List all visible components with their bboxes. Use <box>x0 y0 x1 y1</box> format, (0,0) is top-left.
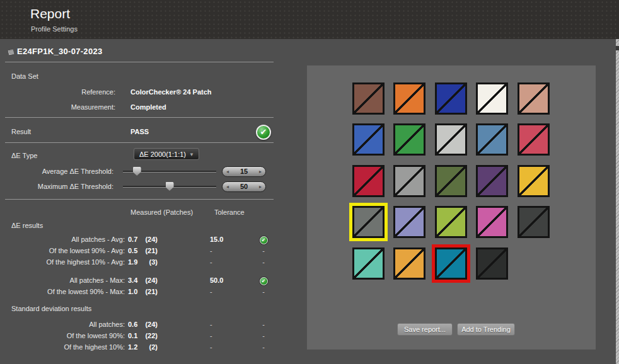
table-row: Of the lowest 90% - Max: 1.0 (21) - - <box>0 288 274 297</box>
color-patch <box>435 82 467 115</box>
color-patch <box>476 82 508 115</box>
color-patch <box>518 206 550 238</box>
separator <box>5 142 274 143</box>
color-patch <box>352 247 385 280</box>
measurement-value: Completed <box>130 103 166 111</box>
splitter-grip-icon[interactable] <box>616 46 619 50</box>
color-patch <box>393 123 425 156</box>
result-value: PASS <box>130 128 149 135</box>
app-header: Report Profile Settings <box>0 0 619 39</box>
report-icon <box>6 48 15 58</box>
spinner-increment-icon[interactable]: ▸ <box>259 182 262 191</box>
color-patch <box>435 247 467 280</box>
pass-check-icon: ✔ <box>260 277 268 285</box>
color-patch <box>352 206 385 238</box>
add-to-trending-button[interactable]: Add to Trending <box>457 323 515 336</box>
table-row: All patches - Max: 3.4 (24) 50.0 ✔ <box>0 276 274 285</box>
table-row: Of the highest 10%: 1.2 (2) - - <box>0 343 274 352</box>
de-type-selected: ΔE 2000(1:1:1) <box>139 151 186 158</box>
color-patch <box>352 82 385 115</box>
report-window: Report Profile Settings E24FP1K_30-07-20… <box>0 0 619 364</box>
reference-label: Reference: <box>38 88 115 96</box>
de-results-section-label: ΔE results <box>11 222 43 229</box>
color-patch <box>352 123 385 156</box>
spinner-decrement-icon[interactable]: ◂ <box>226 182 229 191</box>
avg-threshold-spinner[interactable]: ◂ 15 ▸ <box>222 166 266 177</box>
color-patch <box>352 165 385 197</box>
result-label: Result <box>11 128 31 135</box>
avg-threshold-label: Average ΔE Threshold: <box>11 168 113 175</box>
reference-value: ColorChecker® 24 Patch <box>130 88 212 96</box>
separator <box>5 199 274 200</box>
tolerance-column-header: Tolerance <box>214 208 245 216</box>
color-patch <box>393 82 425 115</box>
table-row: Of the highest 10% - Avg: 1.9 (3) - - <box>0 258 274 267</box>
page-title: Report <box>30 6 70 21</box>
slider-thumb[interactable] <box>166 182 174 191</box>
patch-panel: Save report... Add to Trending <box>307 65 596 350</box>
separator <box>5 62 274 62</box>
avg-threshold-value: 15 <box>240 168 248 175</box>
std-results-section-label: Standard deviation results <box>11 305 91 312</box>
measurement-label: Measurement: <box>38 103 115 111</box>
right-splitter[interactable] <box>616 39 619 364</box>
avg-threshold-slider[interactable] <box>123 166 216 176</box>
separator <box>5 117 274 118</box>
pass-check-icon: ✔ <box>256 125 271 140</box>
color-patch <box>435 123 467 156</box>
slider-thumb[interactable] <box>133 167 141 176</box>
table-row: Of the lowest 90% - Avg: 0.5 (21) - - <box>0 247 274 256</box>
measured-column-header: Measured (Patches) <box>130 208 193 216</box>
report-name: E24FP1K_30-07-2023 <box>17 47 103 56</box>
color-patch <box>435 165 467 197</box>
data-set-label: Data Set <box>11 72 38 80</box>
pass-check-icon: ✔ <box>260 236 268 244</box>
spinner-increment-icon[interactable]: ▸ <box>259 167 262 176</box>
color-patch <box>476 206 508 238</box>
color-patch <box>476 123 508 156</box>
color-patch <box>393 247 425 280</box>
color-patch <box>518 82 550 115</box>
table-row: Of the lowest 90%: 0.1 (22) - - <box>0 332 274 341</box>
color-patch <box>393 206 425 238</box>
table-row: All patches: 0.6 (24) - - <box>0 321 274 329</box>
chevron-down-icon: ▼ <box>189 149 194 161</box>
de-type-label: ΔE Type <box>11 152 37 159</box>
table-row: All patches - Avg: 0.7 (24) 15.0 ✔ <box>0 236 274 244</box>
max-threshold-slider[interactable] <box>123 181 216 191</box>
color-patch <box>476 247 508 280</box>
color-patch <box>518 123 550 156</box>
de-type-dropdown[interactable]: ΔE 2000(1:1:1) ▼ <box>134 148 199 160</box>
page-subtitle: Profile Settings <box>31 25 78 33</box>
color-patch <box>476 165 508 197</box>
color-patch <box>393 165 425 197</box>
color-patch <box>518 165 550 197</box>
color-patch <box>435 206 467 238</box>
max-threshold-value: 50 <box>240 183 248 190</box>
spinner-decrement-icon[interactable]: ◂ <box>226 167 229 176</box>
save-report-button[interactable]: Save report... <box>397 323 453 336</box>
max-threshold-label: Maximum ΔE Threshold: <box>11 183 113 190</box>
max-threshold-spinner[interactable]: ◂ 50 ▸ <box>222 181 266 192</box>
